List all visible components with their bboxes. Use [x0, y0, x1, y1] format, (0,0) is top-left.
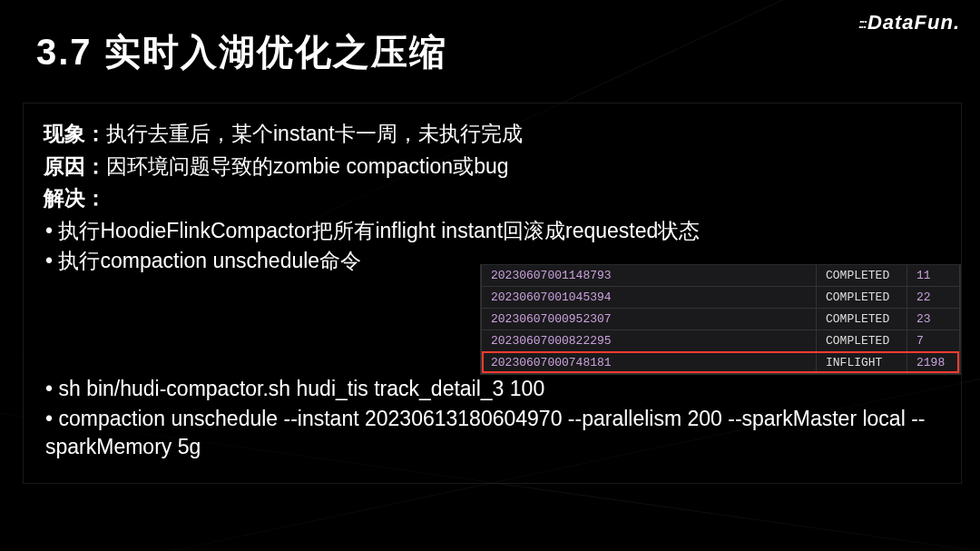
instant-cell: 20230607000748181	[482, 352, 817, 374]
value-cell: 2198	[907, 352, 960, 374]
cause-label: 原因：	[44, 154, 106, 178]
status-cell: COMPLETED	[817, 330, 907, 352]
bullet-list-bottom: sh bin/hudi-compactor.sh hudi_tis track_…	[44, 375, 943, 461]
table-row-highlighted: 20230607000748181 INFLIGHT 2198	[482, 352, 960, 374]
instant-cell: 20230607000952307	[482, 309, 817, 330]
value-cell: 23	[907, 309, 960, 330]
list-item: compaction unschedule --instant 20230613…	[45, 405, 943, 461]
status-cell: COMPLETED	[817, 287, 907, 309]
table-row: 20230607001148793 COMPLETED 11	[482, 265, 960, 287]
table-row: 20230607001045394 COMPLETED 22	[482, 287, 960, 309]
status-cell: INFLIGHT	[817, 352, 907, 374]
instant-cell: 20230607001148793	[482, 265, 817, 287]
table-row: 20230607000952307 COMPLETED 23	[482, 309, 960, 330]
content-box: 现象：执行去重后，某个instant卡一周，未执行完成 原因：因环境问题导致的z…	[23, 103, 962, 484]
instant-cell: 20230607001045394	[482, 287, 817, 309]
slide-title: 3.7 实时入湖优化之压缩	[0, 0, 980, 86]
value-cell: 7	[907, 330, 960, 352]
value-cell: 22	[907, 287, 960, 309]
list-item: sh bin/hudi-compactor.sh hudi_tis track_…	[45, 375, 943, 403]
compaction-table: 20230607001148793 COMPLETED 11 202306070…	[480, 264, 961, 375]
phenomenon-text: 执行去重后，某个instant卡一周，未执行完成	[106, 122, 523, 145]
cause-line: 原因：因环境问题导致的zombie compaction或bug	[44, 151, 943, 183]
status-cell: COMPLETED	[817, 265, 907, 287]
solution-label: 解决：	[44, 186, 106, 210]
instant-cell: 20230607000822295	[482, 330, 817, 352]
cause-text: 因环境问题导致的zombie compaction或bug	[106, 154, 509, 178]
logo: :::DataFun.	[858, 11, 960, 34]
value-cell: 11	[907, 265, 960, 287]
phenomenon-line: 现象：执行去重后，某个instant卡一周，未执行完成	[44, 118, 943, 151]
phenomenon-label: 现象：	[44, 122, 106, 145]
solution-line: 解决：	[44, 182, 943, 215]
list-item: 执行HoodieFlinkCompactor把所有inflight instan…	[45, 217, 943, 245]
status-cell: COMPLETED	[817, 309, 907, 330]
table-row: 20230607000822295 COMPLETED 7	[482, 330, 960, 352]
